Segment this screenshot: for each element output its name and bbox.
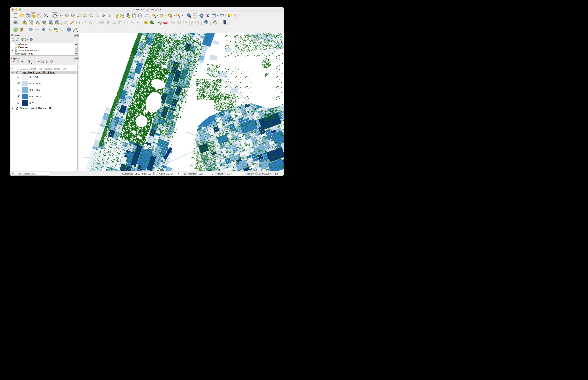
svg-text:abc: abc <box>189 21 192 23</box>
svg-text:Σ: Σ <box>206 13 209 18</box>
svg-text:>: > <box>216 23 217 25</box>
svg-text:abc: abc <box>184 21 187 23</box>
svg-text:1:1: 1:1 <box>97 15 98 16</box>
svg-text:*: * <box>32 22 33 25</box>
svg-text:i: i <box>68 28 69 31</box>
svg-text:abc: abc <box>178 21 181 23</box>
svg-text:*: * <box>38 22 39 25</box>
svg-text:abc: abc <box>145 21 148 23</box>
svg-text:*: * <box>51 22 53 25</box>
svg-text:i: i <box>189 14 189 17</box>
svg-text:ε: ε <box>34 60 35 63</box>
svg-text:*: * <box>58 22 59 25</box>
svg-text:a: a <box>46 15 48 18</box>
svg-text:abc: abc <box>164 21 167 23</box>
svg-text:ab: ab <box>159 21 161 23</box>
svg-text:*: * <box>90 22 91 24</box>
svg-text:?: ? <box>224 21 226 24</box>
svg-text:*: * <box>45 22 46 25</box>
svg-text:*: * <box>25 22 26 25</box>
svg-text:abc: abc <box>196 21 198 23</box>
svg-text:ab: ab <box>172 21 174 23</box>
